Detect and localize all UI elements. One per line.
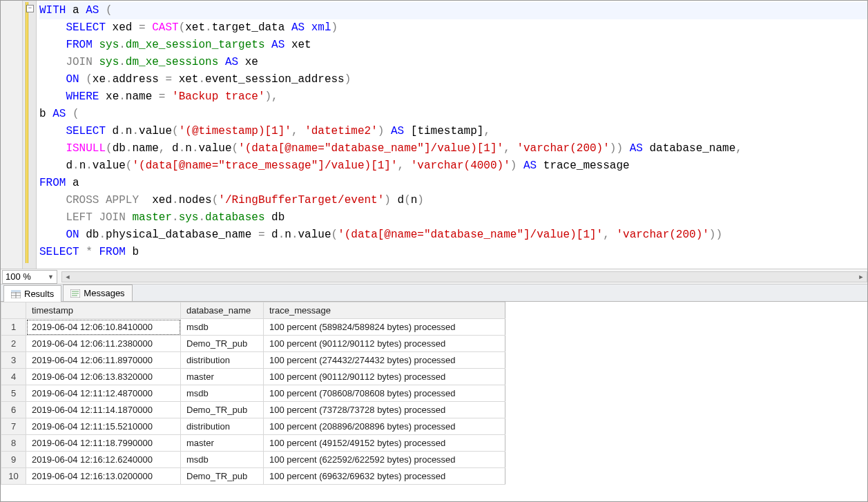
cell[interactable]: 2019-06-04 12:11:12.4870000	[26, 385, 181, 402]
row-number[interactable]: 3	[1, 352, 26, 369]
row-number[interactable]: 10	[1, 468, 26, 485]
cell[interactable]: distribution	[181, 352, 264, 369]
cell[interactable]: 2019-06-04 12:11:18.7990000	[26, 435, 181, 452]
results-tabs: Results Messages	[1, 284, 867, 302]
cell[interactable]: Demo_TR_pub	[181, 336, 264, 352]
cell[interactable]: msdb	[181, 319, 264, 336]
cell[interactable]: Demo_TR_pub	[181, 468, 264, 485]
row-number[interactable]: 8	[1, 435, 26, 452]
cell[interactable]: 2019-06-04 12:06:11.8970000	[26, 352, 181, 369]
cell[interactable]: 100 percent (73728/73728 bytes) processe…	[264, 402, 505, 418]
row-number[interactable]: 6	[1, 402, 26, 418]
cell[interactable]: 100 percent (708608/708608 bytes) proces…	[264, 385, 505, 402]
cell[interactable]: 100 percent (622592/622592 bytes) proces…	[264, 452, 505, 468]
cell[interactable]: 2019-06-04 12:11:15.5210000	[26, 418, 181, 435]
row-number[interactable]: 9	[1, 452, 26, 468]
row-number[interactable]: 5	[1, 385, 26, 402]
table-row[interactable]: 42019-06-04 12:06:13.8320000master100 pe…	[1, 369, 505, 385]
table-row[interactable]: 22019-06-04 12:06:11.2380000Demo_TR_pub1…	[1, 336, 505, 352]
row-number[interactable]: 4	[1, 369, 26, 385]
table-row[interactable]: 62019-06-04 12:11:14.1870000Demo_TR_pub1…	[1, 402, 505, 418]
cell[interactable]: 2019-06-04 12:11:14.1870000	[26, 402, 181, 418]
column-header[interactable]: trace_message	[264, 302, 505, 319]
scroll-left-icon[interactable]: ◄	[62, 272, 73, 282]
results-grid[interactable]: timestampdatabase_nametrace_message 1201…	[1, 302, 867, 501]
cell[interactable]: 2019-06-04 12:16:13.0200000	[26, 468, 181, 485]
editor-gutter: −	[1, 1, 37, 269]
scroll-right-icon[interactable]: ►	[856, 272, 867, 282]
row-number[interactable]: 1	[1, 319, 26, 336]
grid-corner	[1, 302, 26, 319]
cell[interactable]: 2019-06-04 12:16:12.6240000	[26, 452, 181, 468]
row-number[interactable]: 2	[1, 336, 26, 352]
grid-icon	[11, 290, 21, 298]
code-editor[interactable]: − WITH a AS ( SELECT xed = CAST(xet.targ…	[1, 1, 867, 269]
tab-results[interactable]: Results	[3, 285, 61, 302]
column-header[interactable]: timestamp	[26, 302, 181, 319]
cell[interactable]: 100 percent (589824/589824 bytes) proces…	[264, 319, 505, 336]
table-row[interactable]: 82019-06-04 12:11:18.7990000master100 pe…	[1, 435, 505, 452]
cell[interactable]: 100 percent (49152/49152 bytes) processe…	[264, 435, 505, 452]
messages-icon	[70, 289, 80, 298]
cell[interactable]: 100 percent (69632/69632 bytes) processe…	[264, 468, 505, 485]
zoom-bar: 100 % ▼ ◄ ►	[1, 269, 867, 284]
cell[interactable]: Demo_TR_pub	[181, 402, 264, 418]
table-row[interactable]: 102019-06-04 12:16:13.0200000Demo_TR_pub…	[1, 468, 505, 485]
tab-results-label: Results	[24, 289, 54, 299]
cell[interactable]: msdb	[181, 385, 264, 402]
execution-marker	[26, 2, 28, 263]
table-row[interactable]: 32019-06-04 12:06:11.8970000distribution…	[1, 352, 505, 369]
cell[interactable]: msdb	[181, 452, 264, 468]
zoom-dropdown[interactable]: 100 % ▼	[2, 270, 57, 284]
table-row[interactable]: 52019-06-04 12:11:12.4870000msdb100 perc…	[1, 385, 505, 402]
table-row[interactable]: 92019-06-04 12:16:12.6240000msdb100 perc…	[1, 452, 505, 468]
tab-messages[interactable]: Messages	[63, 284, 132, 301]
zoom-value: 100 %	[6, 271, 31, 282]
chevron-down-icon: ▼	[48, 273, 54, 280]
svg-rect-4	[11, 290, 21, 292]
tab-messages-label: Messages	[84, 288, 124, 298]
cell[interactable]: 2019-06-04 12:06:13.8320000	[26, 369, 181, 385]
cell[interactable]: 2019-06-04 12:06:10.8410000	[26, 319, 181, 336]
code-text[interactable]: WITH a AS ( SELECT xed = CAST(xet.target…	[37, 1, 867, 269]
fold-toggle-icon[interactable]: −	[26, 5, 34, 12]
horizontal-scrollbar[interactable]: ◄ ►	[61, 271, 867, 282]
cell[interactable]: 100 percent (208896/208896 bytes) proces…	[264, 418, 505, 435]
table-row[interactable]: 72019-06-04 12:11:15.5210000distribution…	[1, 418, 505, 435]
column-header[interactable]: database_name	[181, 302, 264, 319]
cell[interactable]: 100 percent (90112/90112 bytes) processe…	[264, 369, 505, 385]
cell[interactable]: 2019-06-04 12:06:11.2380000	[26, 336, 181, 352]
table-row[interactable]: 12019-06-04 12:06:10.8410000msdb100 perc…	[1, 319, 505, 336]
cell[interactable]: master	[181, 435, 264, 452]
row-number[interactable]: 7	[1, 418, 26, 435]
cell[interactable]: master	[181, 369, 264, 385]
cell[interactable]: 100 percent (274432/274432 bytes) proces…	[264, 352, 505, 369]
cell[interactable]: 100 percent (90112/90112 bytes) processe…	[264, 336, 505, 352]
cell[interactable]: distribution	[181, 418, 264, 435]
